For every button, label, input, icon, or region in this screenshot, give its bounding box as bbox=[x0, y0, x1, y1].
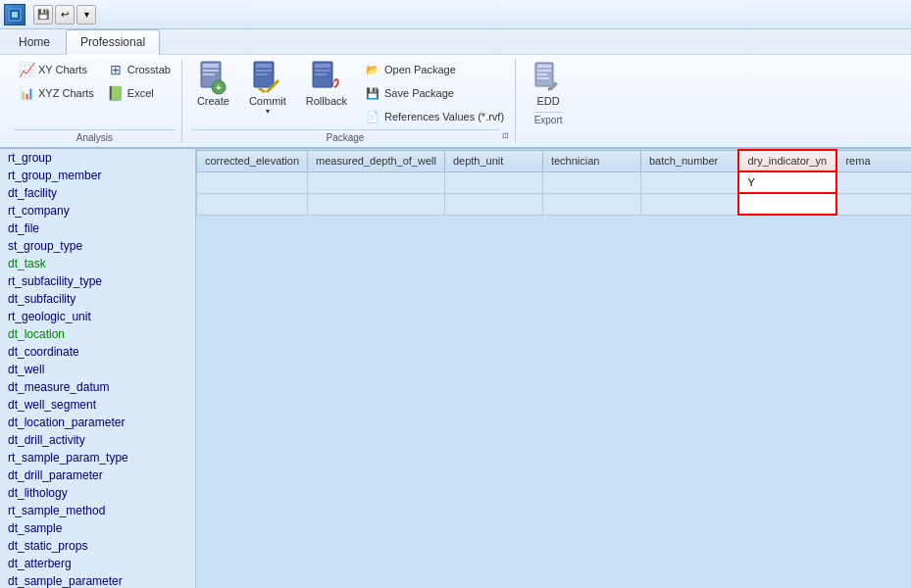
sidebar-item-rt_company[interactable]: rt_company bbox=[0, 202, 195, 220]
sidebar-item-dt_location_parameter[interactable]: dt_location_parameter bbox=[0, 414, 195, 431]
sidebar-item-dt_drill_parameter[interactable]: dt_drill_parameter bbox=[0, 466, 195, 484]
commit-icon bbox=[252, 62, 283, 93]
sidebar[interactable]: rt_group rt_group_member dt_facility rt_… bbox=[0, 149, 196, 588]
tab-home[interactable]: Home bbox=[4, 29, 65, 54]
svg-rect-24 bbox=[537, 77, 549, 79]
sidebar-item-dt_location[interactable]: dt_location bbox=[0, 325, 195, 343]
xyz-charts-button[interactable]: 📊 XYZ Charts bbox=[14, 82, 99, 104]
sidebar-item-dt_sample[interactable]: dt_sample bbox=[0, 519, 195, 537]
svg-marker-14 bbox=[258, 87, 266, 93]
package-buttons: + Create bbox=[190, 59, 509, 127]
save-button[interactable]: 💾 bbox=[33, 5, 53, 24]
package-group: + Create bbox=[184, 59, 516, 143]
excel-button[interactable]: 📗 Excel bbox=[103, 82, 176, 104]
cell-rema-1[interactable] bbox=[836, 172, 911, 193]
sidebar-item-rt_geologic_unit[interactable]: rt_geologic_unit bbox=[0, 308, 195, 325]
sidebar-item-rt_sample_method[interactable]: rt_sample_method bbox=[0, 502, 195, 519]
sidebar-item-dt_measure_datum[interactable]: dt_measure_datum bbox=[0, 378, 195, 396]
analysis-group: 📈 XY Charts 📊 XYZ Charts ⊞ Crosstab 📗 bbox=[8, 59, 182, 143]
sidebar-item-dt_file[interactable]: dt_file bbox=[0, 220, 195, 237]
package-group-label: Package bbox=[190, 129, 500, 143]
svg-rect-2 bbox=[12, 12, 18, 18]
crosstab-button[interactable]: ⊞ Crosstab bbox=[103, 59, 176, 80]
cell-batch_number-2[interactable] bbox=[640, 193, 738, 215]
sidebar-item-dt_lithology[interactable]: dt_lithology bbox=[0, 484, 195, 502]
svg-rect-12 bbox=[256, 74, 268, 75]
cell-dry_indicator_yn-2[interactable] bbox=[738, 193, 836, 215]
svg-rect-16 bbox=[315, 64, 330, 68]
sidebar-item-st_group_type[interactable]: st_group_type bbox=[0, 237, 195, 255]
analysis-col-right: ⊞ Crosstab 📗 Excel bbox=[103, 59, 176, 127]
sidebar-item-dt_well[interactable]: dt_well bbox=[0, 361, 195, 378]
toolbar-buttons: 💾 ↩ ▾ bbox=[33, 5, 96, 24]
cell-batch_number-1[interactable] bbox=[640, 172, 738, 193]
col-corrected_elevation: corrected_elevation bbox=[197, 150, 308, 172]
sidebar-item-dt_subfacility[interactable]: dt_subfacility bbox=[0, 290, 195, 308]
tab-professional[interactable]: Professional bbox=[66, 29, 160, 56]
package-group-footer: Package ⊡ bbox=[190, 127, 509, 143]
package-expand-icon[interactable]: ⊡ bbox=[502, 131, 509, 140]
col-batch_number: batch_number bbox=[640, 150, 738, 172]
analysis-buttons: 📈 XY Charts 📊 XYZ Charts ⊞ Crosstab 📗 bbox=[14, 59, 176, 127]
cell-technician-1[interactable] bbox=[542, 172, 640, 193]
xyz-chart-icon: 📊 bbox=[19, 85, 34, 101]
commit-button[interactable]: Commit ▾ bbox=[242, 59, 293, 119]
cell-technician-2[interactable] bbox=[542, 193, 640, 215]
xy-charts-button[interactable]: 📈 XY Charts bbox=[14, 59, 99, 80]
sidebar-item-rt_sample_param_type[interactable]: rt_sample_param_type bbox=[0, 449, 195, 466]
analysis-col-left: 📈 XY Charts 📊 XYZ Charts bbox=[14, 59, 99, 127]
cell-corrected_elevation-2[interactable] bbox=[197, 193, 308, 215]
ribbon: Home Professional 📈 XY Charts 📊 XYZ Char… bbox=[0, 29, 911, 149]
excel-icon: 📗 bbox=[108, 85, 124, 101]
col-dry_indicator_yn: dry_indicator_yn bbox=[738, 150, 836, 172]
rollback-icon bbox=[311, 62, 342, 93]
analysis-group-label: Analysis bbox=[14, 129, 176, 143]
commit-dropdown-arrow: ▾ bbox=[266, 107, 270, 116]
sidebar-item-rt_group_member[interactable]: rt_group_member bbox=[0, 167, 195, 184]
rollback-button[interactable]: Rollback bbox=[299, 59, 354, 110]
create-icon: + bbox=[197, 62, 228, 93]
svg-rect-17 bbox=[315, 70, 330, 72]
sidebar-item-dt_facility[interactable]: dt_facility bbox=[0, 184, 195, 202]
crosstab-icon: ⊞ bbox=[108, 62, 124, 77]
table-row bbox=[197, 193, 912, 215]
sidebar-item-dt_sample_parameter[interactable]: dt_sample_parameter bbox=[0, 572, 195, 588]
svg-rect-4 bbox=[203, 64, 219, 68]
cell-depth_unit-1[interactable] bbox=[444, 172, 542, 193]
references-values-button[interactable]: 📄 References Values (*.rvf) bbox=[360, 106, 509, 127]
open-package-button[interactable]: 📂 Open Package bbox=[360, 59, 509, 80]
commit-group: Commit ▾ bbox=[242, 59, 293, 119]
svg-rect-23 bbox=[537, 74, 547, 75]
svg-rect-21 bbox=[537, 65, 551, 68]
title-bar: 💾 ↩ ▾ bbox=[0, 0, 911, 29]
svg-rect-18 bbox=[315, 74, 327, 75]
create-group: + Create bbox=[190, 59, 236, 110]
main-content: rt_group rt_group_member dt_facility rt_… bbox=[0, 149, 911, 588]
svg-rect-11 bbox=[256, 70, 272, 72]
cell-measured_depth_of_well-1[interactable] bbox=[308, 172, 445, 193]
cell-depth_unit-2[interactable] bbox=[444, 193, 542, 215]
save-package-icon: 💾 bbox=[365, 85, 380, 101]
sidebar-item-dt_static_props[interactable]: dt_static_props bbox=[0, 537, 195, 555]
customize-button[interactable]: ▾ bbox=[76, 5, 96, 24]
sidebar-item-dt_task[interactable]: dt_task bbox=[0, 255, 195, 272]
svg-text:+: + bbox=[216, 82, 222, 93]
sidebar-item-dt_drill_activity[interactable]: dt_drill_activity bbox=[0, 431, 195, 449]
sidebar-item-dt_atterberg[interactable]: dt_atterberg bbox=[0, 555, 195, 572]
cell-measured_depth_of_well-2[interactable] bbox=[308, 193, 445, 215]
sidebar-item-dt_coordinate[interactable]: dt_coordinate bbox=[0, 343, 195, 361]
cell-rema-2[interactable] bbox=[836, 193, 911, 215]
sidebar-item-dt_well_segment[interactable]: dt_well_segment bbox=[0, 396, 195, 414]
cell-corrected_elevation-1[interactable] bbox=[197, 172, 308, 193]
data-table: corrected_elevation measured_depth_of_we… bbox=[196, 149, 911, 216]
edd-button[interactable]: EDD bbox=[526, 59, 571, 110]
create-button[interactable]: + Create bbox=[190, 59, 236, 110]
save-package-button[interactable]: 💾 Save Package bbox=[360, 82, 509, 104]
sidebar-item-rt_subfacility_type[interactable]: rt_subfacility_type bbox=[0, 272, 195, 290]
cell-dry_indicator_yn-1[interactable]: Y bbox=[738, 172, 836, 193]
sidebar-item-rt_group[interactable]: rt_group bbox=[0, 149, 195, 167]
edd-icon bbox=[532, 62, 564, 93]
table-area[interactable]: corrected_elevation measured_depth_of_we… bbox=[196, 149, 911, 588]
export-group-label: Export bbox=[534, 112, 563, 125]
undo-button[interactable]: ↩ bbox=[55, 5, 75, 24]
